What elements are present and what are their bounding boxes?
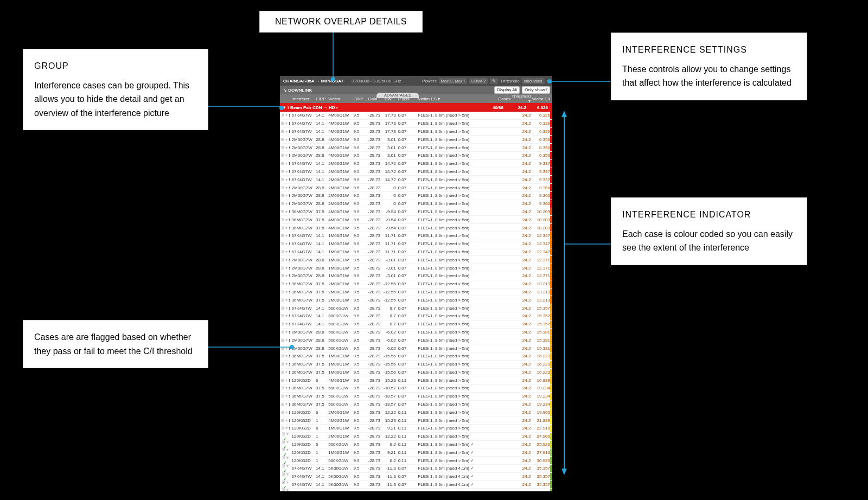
table-row[interactable]: ⊞ ▾ !67K4G7W14.11M00G1W9.5-28.7311.710.0… <box>280 248 552 257</box>
row-controls[interactable]: ⊞ ▾ ! <box>280 346 291 351</box>
row-controls[interactable]: ⊞ ▾ ! <box>280 273 291 278</box>
col-eirp2[interactable]: EIRP <box>353 97 365 101</box>
row-controls[interactable]: ⊞ ▾ ! <box>280 306 291 311</box>
col-victim[interactable]: Victim <box>328 97 353 101</box>
row-controls[interactable]: ⊞ ▾ ! <box>280 418 291 423</box>
table-row[interactable]: ⊞ ▾ !36M0G7W37.52M00G1W9.5-28.73-12.550.… <box>280 296 552 304</box>
row-controls[interactable]: ⊞ ▾ ! <box>280 129 291 134</box>
table-row[interactable]: ⊞ ▾ !36M0G7W37.5500KG1W9.5-28.73-18.570.… <box>280 401 552 409</box>
row-controls[interactable]: ⊞ ▾ ! <box>280 362 291 367</box>
row-controls[interactable]: ⊞ ▾ ! <box>280 330 291 335</box>
table-row[interactable]: ⊞ ▾ !67K4G7W14.1500KG1W9.5-28.738.70.07F… <box>280 312 552 320</box>
table-row[interactable]: ⊞ ▾ !2M00G7W28.8500KG1W9.5-28.73-6.020.0… <box>280 344 552 352</box>
table-row[interactable]: ⊞ ▾ !67K4G7W14.14M00G1W9.5-28.7317.730.0… <box>280 128 552 136</box>
table-row[interactable]: ⊞ ▾ !2M00G7W28.81M00G1W9.5-28.73-3.010.0… <box>280 272 552 280</box>
row-controls[interactable]: ⊞ ▾ ! <box>280 402 291 407</box>
row-controls[interactable]: ⊞ ▾ ! <box>280 370 291 375</box>
row-controls[interactable]: ⊞ ▾ ! <box>280 410 291 415</box>
row-controls[interactable]: ⊞ ▾ ! <box>280 217 291 222</box>
table-row[interactable]: ⊞ ▾ !2M00G7W28.8500KG1W9.5-28.73-6.020.0… <box>280 336 552 344</box>
col-interferer[interactable]: Interferer <box>291 97 316 101</box>
table-row[interactable]: ⊞ ▾ !2M00G7W28.84M00G1W9.5-28.733.010.07… <box>280 136 552 144</box>
table-row[interactable]: ⊞ ▾ !2M00G7W28.82M00G1W9.5-28.7300.07FLE… <box>280 184 552 192</box>
row-controls[interactable]: ⊞ ▾ ! <box>280 137 291 142</box>
collapse-button[interactable]: « <box>547 79 549 84</box>
row-controls[interactable]: ⊞ ▾ ! <box>280 266 291 271</box>
row-controls[interactable]: ⊞ ▾ ! <box>280 145 291 150</box>
row-controls[interactable]: ⊞ ▾ ! <box>280 233 291 238</box>
row-controls[interactable]: ⊞ ▾ ! <box>280 298 291 303</box>
table-row[interactable]: ⊞ ▾ !36M0G7W37.51M00G1W9.5-28.73-15.560.… <box>280 369 552 377</box>
table-row[interactable]: ⊞ ▾ ✓67K4G7W14.15K00G1W9.5-28.73-11.30.0… <box>280 465 552 473</box>
table-row[interactable]: ⊞ ▾ !36M0G7W37.54M00G1W9.5-28.73-9.540.0… <box>280 224 552 232</box>
table-row[interactable]: ⊞ ▾ !2M00G7W28.82M00G1W9.5-28.7300.07FLE… <box>280 192 552 200</box>
table-row[interactable]: ⊞ ▾ !36M0G7W37.54M00G1W9.5-28.73-9.540.0… <box>280 208 552 216</box>
row-controls[interactable]: ⊞ ▾ ! <box>280 193 291 198</box>
col-cases[interactable]: Cases <box>490 97 510 101</box>
table-row[interactable]: ⊞ ▾ !36M0G7W37.54M00G1W9.5-28.73-9.540.0… <box>280 216 552 224</box>
table-row[interactable]: ⊞ ▾ !67K4G7W14.1500KG1W9.5-28.738.70.07F… <box>280 304 552 312</box>
row-controls[interactable]: ⊞ ▾ ! <box>280 153 291 158</box>
row-controls[interactable]: ⊞ ▾ ! <box>280 354 291 358</box>
group-row[interactable]: ▼ ! Beam Pair CDN → HD • 40/66 24.2 6.32… <box>280 103 552 112</box>
powers-button[interactable]: Max C, Max I <box>439 78 467 84</box>
table-row[interactable]: ⊞ ▾ !2M00G7W28.82M00G1W9.5-28.7300.07FLE… <box>280 200 552 208</box>
row-controls[interactable]: ⊞ ▾ ! <box>280 258 291 262</box>
table-row[interactable]: ⊞ ▾ !67K4G7W14.14M00G1W9.5-28.7317.730.0… <box>280 120 552 128</box>
table-row[interactable]: ⊞ ▾ ✓120KG2D6500KG1W9.5-28.736.20.11FLES… <box>280 441 552 449</box>
threshold-value[interactable]: calculated <box>522 78 545 84</box>
table-row[interactable]: ⊞ ▾ !2M00G7W28.8500KG1W9.5-28.73-6.020.0… <box>280 329 552 337</box>
col-worst-ci[interactable]: Worst C/I <box>531 97 552 101</box>
row-controls[interactable]: ⊞ ▾ ! <box>280 378 291 383</box>
obw-button[interactable]: OBW! 2 <box>469 78 488 84</box>
edit-button[interactable]: ✎ <box>490 78 498 84</box>
table-row[interactable]: ⊞ ▾ !120KG2D14M00G1W9.5-28.7315.230.11FL… <box>280 416 552 425</box>
table-row[interactable]: ⊞ ▾ ✓120KG2D12M00G1W9.5-28.7312.220.11FL… <box>280 433 552 441</box>
table-row[interactable]: ⊞ ▾ !120KG2D64M00G1W9.5-28.7315.230.11FL… <box>280 376 552 384</box>
row-controls[interactable]: ⊞ ▾ ✓ <box>280 488 291 491</box>
row-controls[interactable]: ⊞ ▾ ! <box>280 426 291 431</box>
table-row[interactable]: ⊞ ▾ !36M0G7W37.5500KG1W9.5-28.73-18.570.… <box>280 393 552 401</box>
table-row[interactable]: ⊞ ▾ !67K4G7W14.12M00G1W9.5-28.7314.720.0… <box>280 176 552 184</box>
row-controls[interactable]: ⊞ ▾ ! <box>280 322 291 326</box>
row-controls[interactable]: ⊞ ▾ ! <box>280 249 291 254</box>
table-row[interactable]: ⊞ ▾ !2M00G7W28.84M00G1W9.5-28.733.010.07… <box>280 152 552 160</box>
row-controls[interactable]: ⊞ ▾ ! <box>280 201 291 206</box>
table-row[interactable]: ⊞ ▾ ✓120KG2D1500KG1W9.5-28.736.20.11FLES… <box>280 457 552 465</box>
table-row[interactable]: ⊞ ▾ !67K4G7W14.12M00G1W9.5-28.7314.720.0… <box>280 168 552 176</box>
row-controls[interactable]: ⊞ ▾ ! <box>280 386 291 390</box>
row-controls[interactable]: ⊞ ▾ ! <box>280 241 291 246</box>
table-row[interactable]: ⊞ ▾ !2M00G7W28.81M00G1W9.5-28.73-3.010.0… <box>280 264 552 272</box>
row-controls[interactable]: ⊞ ▾ ! <box>280 113 291 118</box>
row-controls[interactable]: ⊞ ▾ ! <box>280 281 291 286</box>
table-row[interactable]: ⊞ ▾ ✓67K4G7W14.15K00G1W9.5-28.73-11.30.0… <box>280 473 552 481</box>
table-row[interactable]: ⊞ ▾ !2M00G7W28.84M00G1W9.5-28.733.010.07… <box>280 144 552 152</box>
row-controls[interactable]: ⊞ ▾ ! <box>280 121 291 126</box>
table-row[interactable]: ⊞ ▾ !36M0G7W37.5500KG1W9.5-28.73-18.570.… <box>280 384 552 393</box>
table-row[interactable]: ⊞ ▾ !67K4G7W14.1500KG1W9.5-28.738.70.07F… <box>280 320 552 329</box>
table-row[interactable]: ⊞ ▾ !36M0G7W37.51M00G1W9.5-28.73-15.560.… <box>280 352 552 361</box>
only-show-fail-button[interactable]: Only show ! <box>522 86 550 94</box>
row-controls[interactable]: ⊞ ▾ ! <box>280 185 291 190</box>
table-row[interactable]: ⊞ ▾ !67K4G7W14.11M00G1W9.5-28.7311.710.0… <box>280 240 552 248</box>
table-row[interactable]: ⊞ ▾ !120KG2D61M00G1W9.5-28.739.210.11FLE… <box>280 425 552 433</box>
table-row[interactable]: ⊞ ▾ !120KG2D62M00G1W9.5-28.7312.220.11FL… <box>280 408 552 416</box>
row-controls[interactable]: ⊞ ▾ ! <box>280 313 291 318</box>
row-controls[interactable]: ⊞ ▾ ! <box>280 290 291 294</box>
row-controls[interactable]: ⊞ ▾ ! <box>280 338 291 343</box>
row-controls[interactable]: ⊞ ▾ ! <box>280 226 291 230</box>
row-controls[interactable]: ⊞ ▾ ! <box>280 209 291 214</box>
col-threshold[interactable]: Threshold ▾ <box>510 94 531 104</box>
table-row[interactable]: ⊞ ▾ !36M0G7W37.52M00G1W9.5-28.73-12.550.… <box>280 289 552 297</box>
col-eirp1[interactable]: EIRP <box>316 97 328 101</box>
table-row[interactable]: ⊞ ▾ !67K4G7W14.11M00G1W9.5-28.7311.710.0… <box>280 232 552 240</box>
row-controls[interactable]: ⊞ ▾ ! <box>280 177 291 182</box>
col-victim-es[interactable]: Victim ES ▾ <box>412 97 490 101</box>
table-row[interactable]: ⊞ ▾ !67K4G7W14.12M00G1W9.5-28.7314.720.0… <box>280 160 552 168</box>
table-row[interactable]: ⊞ ▾ ✓67K4G7W14.15K00G1W9.5-28.73-11.30.0… <box>280 481 552 489</box>
row-controls[interactable]: ⊞ ▾ ! <box>280 394 291 399</box>
row-controls[interactable]: ⊞ ▾ ! <box>280 169 291 174</box>
table-row[interactable]: ⊞ ▾ !2M00G7W28.81M00G1W9.5-28.73-3.010.0… <box>280 256 552 264</box>
table-row[interactable]: ⊞ ▾ ✓120KG2D11M00G1W9.5-28.739.210.11FLE… <box>280 448 552 457</box>
display-all-button[interactable]: Display All <box>494 86 520 94</box>
